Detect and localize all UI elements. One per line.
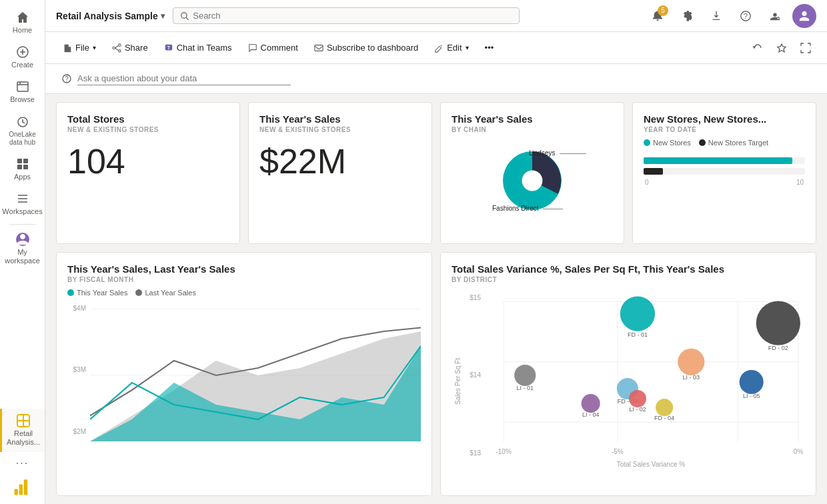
subscribe-icon [314,43,323,53]
svg-point-68 [656,399,673,416]
tile-new-stores[interactable]: New Stores, New Stores... YEAR TO DATE N… [632,102,816,244]
edit-btn[interactable]: Edit ▾ [428,39,475,57]
svg-text:-5%: -5% [612,448,624,455]
scatter-title: Total Sales Variance %, Sales Per Sq Ft,… [452,263,805,275]
sidebar-item-retail-analysis[interactable]: Retail Analysis... [0,409,45,452]
comment-icon [248,43,257,53]
pie-chart-container: Lindseys Fashions Direct [452,139,613,223]
file-label: File [75,43,89,53]
sidebar-item-apps[interactable]: Apps [0,152,45,187]
scatter-y-axis-label: Sales Per Sq Ft [454,358,462,405]
chat-teams-btn[interactable]: T Chat in Teams [157,39,239,57]
tile-total-stores[interactable]: Total Stores NEW & EXISTING STORES 104 [56,102,240,244]
notification-btn[interactable]: 5 [646,4,670,28]
pie-label-lindseys: Lindseys [529,149,555,157]
pie-label-fashions: Fashions Direct [492,205,538,212]
svg-point-17 [181,12,186,17]
line-chart-subtitle: BY FISCAL MONTH [67,276,421,283]
sidebar-item-onelake[interactable]: OneLakedata hub [0,110,45,152]
subscribe-label: Subscribe to dashboard [327,43,418,53]
search-bar[interactable] [173,7,520,24]
scatter-subtitle: BY DISTRICT [452,276,805,283]
svg-text:LI - 03: LI - 03 [683,373,700,380]
favorite-btn[interactable] [771,37,792,59]
sidebar-create-label: Create [11,61,33,69]
edit-icon [434,43,444,53]
comment-btn[interactable]: Comment [241,39,305,57]
fullscreen-btn[interactable] [795,37,816,59]
subscribe-btn[interactable]: Subscribe to dashboard [307,39,425,57]
svg-text:T: T [167,45,171,49]
svg-line-25 [115,48,118,51]
svg-text:FD - 04: FD - 04 [654,415,674,421]
download-btn[interactable] [704,4,728,28]
settings-btn[interactable] [675,4,699,28]
qa-bar: ? [45,64,827,94]
svg-rect-3 [17,82,28,91]
sidebar-myworkspace-label: My workspace [3,248,42,265]
app-title[interactable]: Retail Analysis Sample ▾ [56,11,165,21]
user-avatar[interactable] [792,4,816,28]
sidebar-onelake-label: OneLakedata hub [9,131,36,147]
svg-text:Total Sales Variance %: Total Sales Variance % [617,460,685,467]
tile-line-chart[interactable]: This Year's Sales, Last Year's Sales BY … [56,252,432,497]
help-btn[interactable]: ? [734,4,758,28]
tile-this-years-sales[interactable]: This Year's Sales NEW & EXISTING STORES … [248,102,432,244]
sidebar-item-workspaces[interactable]: Workspaces [0,187,45,221]
svg-point-60 [678,348,704,375]
tile-scatter[interactable]: Total Sales Variance %, Sales Per Sq Ft,… [440,252,816,497]
svg-text:-10%: -10% [496,448,511,455]
svg-text:FD - 01: FD - 01 [628,331,648,337]
svg-text:0%: 0% [794,448,804,455]
total-stores-value: 104 [67,144,229,179]
svg-rect-14 [14,489,17,495]
more-label: ••• [485,43,494,53]
svg-rect-12 [18,421,23,426]
svg-text:?: ? [65,75,69,83]
sidebar-item-home[interactable]: Home [0,5,45,40]
svg-point-22 [119,49,121,52]
svg-rect-6 [17,159,22,163]
search-input[interactable] [193,11,512,21]
svg-marker-29 [778,44,786,52]
sidebar-more-btn[interactable]: ··· [0,452,45,475]
sidebar-browse-label: Browse [10,95,35,104]
new-stores-subtitle: YEAR TO DATE [644,126,805,133]
chevron-down-icon: ▾ [161,11,165,21]
svg-line-18 [186,17,188,19]
y-mid-label: $3M [73,366,86,373]
comment-label: Comment [261,43,298,53]
sidebar-apps-label: Apps [14,173,31,181]
dashboard: Total Stores NEW & EXISTING STORES 104 T… [45,94,827,504]
sidebar-item-my-workspace[interactable]: My workspace [0,227,45,271]
share-btn[interactable]: Share [105,39,155,57]
svg-line-24 [115,45,118,48]
svg-rect-9 [23,165,28,169]
svg-text:LI - 02: LI - 02 [629,406,646,413]
tile-by-chain[interactable]: This Year's Sales BY CHAIN Lindseys [440,102,624,244]
file-btn[interactable]: File ▾ [56,39,103,57]
new-stores-title: New Stores, New Stores... [644,113,805,125]
share-people-btn[interactable] [763,4,787,28]
svg-rect-16 [23,479,27,495]
chat-label: Chat in Teams [177,43,232,53]
scatter-chart-svg: FD - 01 FD - 02 LI - 01 LI - 03 [484,289,805,475]
svg-text:FD - 02: FD - 02 [768,344,788,351]
new-stores-bar-chart: 0 10 [644,152,805,186]
by-chain-title: This Year's Sales [452,113,613,125]
axis-max: 10 [796,179,804,186]
sidebar-item-create[interactable]: Create [0,40,45,75]
axis-min: 0 [645,179,649,186]
more-btn[interactable]: ••• [478,39,501,57]
svg-point-21 [119,43,121,46]
line-legend1: This Year Sales [67,289,127,297]
svg-point-23 [113,47,115,49]
edit-chevron: ▾ [466,44,469,51]
svg-point-54 [620,296,655,331]
qa-input[interactable] [77,72,291,85]
sidebar-item-browse[interactable]: Browse [0,75,45,109]
top-bar: Retail Analysis Sample ▾ 5 ? [45,0,827,32]
svg-rect-8 [17,165,22,169]
refresh-btn[interactable] [747,37,768,59]
new-stores-legend1: New Stores [644,139,691,147]
